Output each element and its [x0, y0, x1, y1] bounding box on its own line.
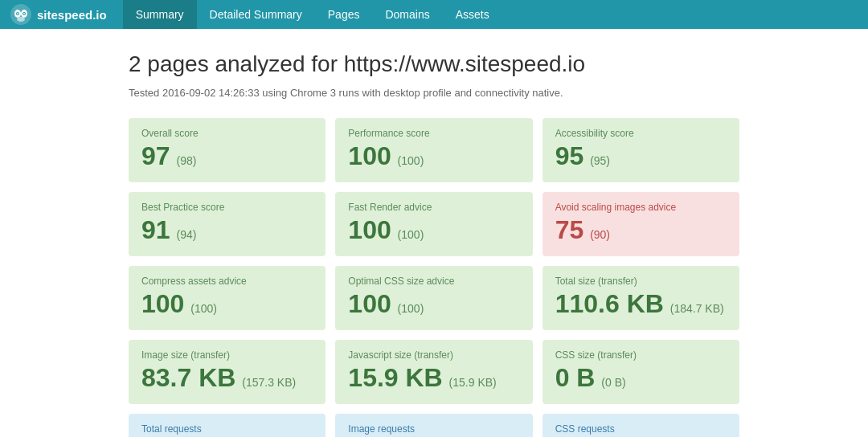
logo-text: sitespeed.io	[37, 8, 107, 22]
metric-card: Image size (transfer)83.7 KB (157.3 KB)	[129, 340, 326, 404]
metric-label: Fast Render advice	[348, 202, 519, 213]
metric-value-row: 95 (95)	[555, 142, 727, 170]
svg-point-6	[23, 13, 25, 14]
metric-value: 97	[141, 141, 170, 170]
metric-secondary: (100)	[395, 228, 424, 241]
metric-value: 100	[348, 215, 391, 244]
metric-secondary: (100)	[395, 154, 424, 167]
metric-value: 91	[141, 215, 170, 244]
metric-card: Overall score97 (98)	[129, 118, 326, 182]
metric-card: Optimal CSS size advice100 (100)	[335, 266, 532, 330]
navigation: sitespeed.io Summary Detailed Summary Pa…	[0, 0, 868, 29]
metric-card: Avoid scaling images advice75 (90)	[542, 192, 739, 256]
metric-card: Fast Render advice100 (100)	[335, 192, 532, 256]
metric-secondary: (100)	[395, 302, 424, 315]
metric-value: 95	[555, 141, 584, 170]
metric-value-row: 75 (90)	[555, 216, 727, 244]
nav-assets[interactable]: Assets	[443, 0, 502, 29]
metric-secondary: (94)	[174, 228, 197, 241]
metric-value: 0 B	[555, 363, 596, 392]
metric-value-row: 110.6 KB (184.7 KB)	[555, 290, 727, 318]
metric-card: Accessibility score95 (95)	[542, 118, 739, 182]
nav-summary[interactable]: Summary	[123, 0, 197, 29]
svg-point-0	[10, 4, 31, 25]
nav-pages[interactable]: Pages	[315, 0, 373, 29]
metric-secondary: (184.7 KB)	[667, 302, 724, 315]
logo[interactable]: sitespeed.io	[10, 3, 107, 26]
metric-card: Best Practice score91 (94)	[129, 192, 326, 256]
metric-value-row: 83.7 KB (157.3 KB)	[141, 364, 313, 392]
page-title: 2 pages analyzed for https://www.sitespe…	[129, 51, 836, 77]
metric-label: Total requests	[141, 423, 313, 435]
logo-icon	[10, 3, 32, 26]
metric-value: 110.6 KB	[555, 289, 664, 318]
metric-secondary: (95)	[587, 154, 610, 167]
metric-label: Image requests	[348, 423, 519, 435]
metric-label: Best Practice score	[141, 202, 313, 213]
metric-card: Javascript size (transfer)15.9 KB (15.9 …	[335, 340, 532, 404]
metric-label: Javascript size (transfer)	[348, 349, 519, 361]
metric-value: 15.9 KB	[348, 363, 442, 392]
metric-value-row: 0 B (0 B)	[555, 364, 727, 392]
metric-value-row: 100 (100)	[348, 216, 519, 244]
metric-card: CSS requests0 (0)	[542, 414, 739, 437]
metric-card: Total requests11 (13)	[129, 414, 326, 437]
metric-label: CSS requests	[555, 423, 727, 435]
metric-label: Accessibility score	[555, 128, 727, 139]
metric-value: 83.7 KB	[141, 363, 235, 392]
svg-point-5	[17, 13, 18, 14]
metric-secondary: (98)	[174, 154, 197, 167]
metric-card: Total size (transfer)110.6 KB (184.7 KB)	[542, 266, 739, 330]
metrics-grid: Overall score97 (98)Performance score100…	[129, 118, 739, 437]
metric-value: 100	[348, 141, 391, 170]
metric-value: 100	[348, 289, 391, 318]
metric-value: 100	[141, 289, 184, 318]
metric-value-row: 97 (98)	[141, 142, 313, 170]
metric-label: Total size (transfer)	[555, 276, 727, 287]
metric-card: Performance score100 (100)	[335, 118, 532, 182]
main-content: 2 pages analyzed for https://www.sitespe…	[0, 29, 868, 437]
metric-value: 75	[555, 215, 584, 244]
metric-secondary: (15.9 KB)	[446, 376, 497, 389]
nav-links: Summary Detailed Summary Pages Domains A…	[123, 0, 502, 29]
metric-label: Optimal CSS size advice	[348, 276, 519, 287]
metric-label: CSS size (transfer)	[555, 349, 727, 361]
metric-value-row: 100 (100)	[348, 290, 519, 318]
page-subtitle: Tested 2016-09-02 14:26:33 using Chrome …	[129, 87, 836, 99]
metric-card: Compress assets advice100 (100)	[129, 266, 326, 330]
metric-value-row: 100 (100)	[348, 142, 519, 170]
metric-label: Avoid scaling images advice	[555, 202, 727, 213]
svg-point-7	[17, 17, 25, 22]
nav-detailed-summary[interactable]: Detailed Summary	[197, 0, 315, 29]
metric-value-row: 15.9 KB (15.9 KB)	[348, 364, 519, 392]
metric-value-row: 100 (100)	[141, 290, 313, 318]
metric-card: CSS size (transfer)0 B (0 B)	[542, 340, 739, 404]
nav-domains[interactable]: Domains	[372, 0, 442, 29]
metric-label: Image size (transfer)	[141, 349, 313, 361]
metric-label: Overall score	[141, 128, 313, 139]
metric-value-row: 91 (94)	[141, 216, 313, 244]
metric-label: Performance score	[348, 128, 519, 139]
metric-secondary: (157.3 KB)	[239, 376, 296, 389]
metric-secondary: (0 B)	[598, 376, 625, 389]
metric-card: Image requests8 (10)	[335, 414, 532, 437]
metric-secondary: (90)	[587, 228, 610, 241]
metric-secondary: (100)	[187, 302, 217, 315]
metric-label: Compress assets advice	[141, 276, 313, 287]
